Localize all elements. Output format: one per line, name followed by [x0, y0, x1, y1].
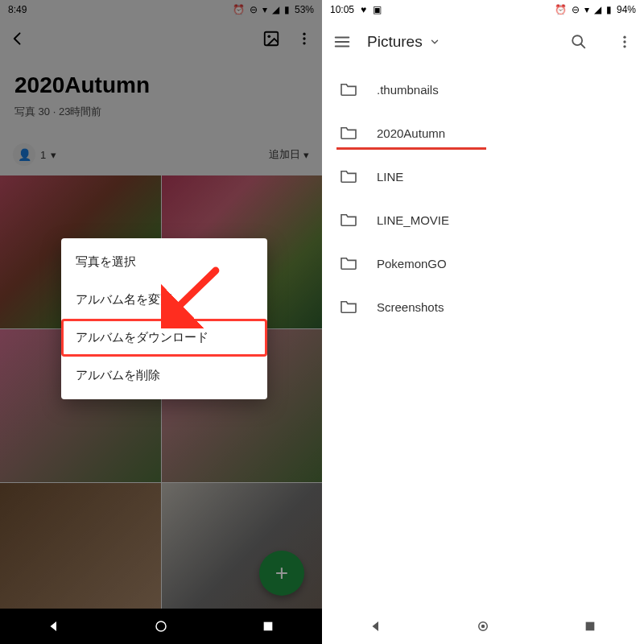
folder-icon — [340, 126, 357, 140]
svg-point-1 — [267, 35, 270, 38]
more-icon[interactable] — [617, 34, 633, 50]
album-meta-row: 👤 1 ▾ 追加日 ▾ — [0, 138, 322, 175]
menu-download-album[interactable]: アルバムをダウンロード — [61, 319, 267, 357]
folder-list: .thumbnails 2020Autumn LINE LINE_MOVIE P… — [322, 64, 644, 332]
menu-select-photos[interactable]: 写真を選択 — [61, 243, 267, 281]
more-icon[interactable] — [296, 31, 312, 47]
menu-icon[interactable] — [333, 33, 351, 51]
folder-item-line-movie[interactable]: LINE_MOVIE — [322, 198, 644, 242]
nav-back-icon[interactable] — [367, 617, 385, 635]
folder-item-screenshots[interactable]: Screenshots — [322, 285, 644, 328]
nav-recent-icon[interactable] — [259, 617, 277, 635]
svg-rect-0 — [265, 32, 279, 46]
search-icon[interactable] — [570, 33, 588, 51]
menu-rename-album[interactable]: アルバム名を変更 — [61, 281, 267, 319]
files-toolbar: Pictures — [322, 19, 644, 64]
svg-point-5 — [156, 621, 166, 631]
back-icon[interactable] — [10, 31, 26, 47]
album-options-menu: 写真を選択 アルバム名を変更 アルバムをダウンロード アルバムを削除 — [61, 238, 267, 399]
svg-rect-13 — [586, 622, 595, 631]
album-title: 2020Autumn — [0, 58, 322, 101]
plus-icon: + — [275, 560, 288, 586]
folder-name: Screenshots — [377, 300, 444, 314]
wifi-icon: ▾ — [584, 4, 589, 15]
dnd-icon: ⊖ — [250, 4, 258, 15]
folder-name: PokemonGO — [377, 257, 447, 270]
alarm-icon: ⏰ — [555, 4, 567, 15]
dnd-icon: ⊖ — [572, 4, 580, 15]
files-app-screen: 10:05 ♥ ▣ ⏰ ⊖ ▾ ◢ ▮ 94% Pictures — [322, 0, 644, 644]
member-count: 1 — [40, 149, 46, 161]
nav-recent-icon[interactable] — [581, 617, 599, 635]
svg-point-9 — [623, 40, 625, 43]
folder-name: LINE_MOVIE — [377, 213, 449, 227]
svg-point-8 — [623, 36, 625, 39]
battery-percent: 94% — [617, 4, 636, 15]
album-age: 23時間前 — [59, 105, 101, 118]
sort-label: 追加日 — [269, 147, 300, 162]
folder-title: Pictures — [367, 33, 423, 51]
folder-item-pokemongo[interactable]: PokemonGO — [322, 242, 644, 285]
status-indicators: ⏰ ⊖ ▾ ◢ ▮ 53% — [233, 4, 314, 15]
folder-icon — [340, 256, 357, 270]
alarm-icon: ⏰ — [233, 4, 245, 15]
status-bar: 10:05 ♥ ▣ ⏰ ⊖ ▾ ◢ ▮ 94% — [322, 0, 644, 19]
svg-rect-6 — [264, 622, 273, 631]
battery-icon: ▮ — [606, 4, 612, 15]
system-nav-bar — [322, 609, 644, 644]
svg-point-12 — [481, 625, 485, 629]
svg-point-2 — [303, 33, 305, 35]
folder-item-2020autumn[interactable]: 2020Autumn — [322, 111, 644, 155]
status-bar: 8:49 ⏰ ⊖ ▾ ◢ ▮ 53% — [0, 0, 322, 19]
signal-icon: ◢ — [272, 4, 279, 15]
photo-icon[interactable] — [262, 30, 280, 47]
folder-icon — [340, 169, 357, 184]
chevron-down-icon: ▾ — [303, 149, 309, 161]
album-subtitle: 写真 30 · 23時間前 — [0, 101, 322, 138]
annotation-underline — [336, 147, 486, 150]
folder-name: 2020Autumn — [377, 126, 445, 140]
battery-percent: 53% — [295, 4, 314, 15]
svg-point-3 — [303, 37, 305, 39]
svg-point-4 — [303, 42, 305, 44]
signal-icon: ◢ — [594, 4, 601, 15]
folder-icon — [340, 213, 357, 227]
folder-dropdown[interactable]: Pictures — [367, 33, 440, 51]
folder-icon — [340, 299, 357, 314]
chevron-down-icon — [429, 36, 440, 47]
add-photo-fab[interactable]: + — [259, 551, 304, 596]
status-indicators: ⏰ ⊖ ▾ ◢ ▮ 94% — [555, 4, 636, 15]
folder-name: LINE — [377, 170, 403, 184]
folder-item-thumbnails[interactable]: .thumbnails — [322, 68, 644, 111]
app-icon: ▣ — [373, 4, 382, 15]
battery-icon: ▮ — [284, 4, 290, 15]
album-app-screen: 8:49 ⏰ ⊖ ▾ ◢ ▮ 53% 202 — [0, 0, 322, 644]
app-bar — [0, 19, 322, 58]
nav-home-icon[interactable] — [474, 617, 492, 635]
folder-name: .thumbnails — [377, 83, 439, 97]
wifi-icon: ▾ — [262, 4, 267, 15]
nav-back-icon[interactable] — [45, 617, 63, 635]
heart-icon: ♥ — [361, 4, 366, 15]
system-nav-bar — [0, 609, 322, 644]
chevron-down-icon: ▾ — [51, 149, 56, 161]
sort-button[interactable]: 追加日 ▾ — [269, 147, 309, 162]
svg-point-10 — [623, 45, 625, 47]
status-time: 8:49 — [8, 4, 27, 15]
photo-count: 写真 30 — [14, 105, 50, 118]
nav-home-icon[interactable] — [152, 617, 170, 635]
avatar-icon: 👤 — [13, 143, 35, 166]
members-button[interactable]: 👤 1 ▾ — [13, 143, 56, 166]
menu-delete-album[interactable]: アルバムを削除 — [61, 357, 267, 394]
folder-icon — [340, 82, 357, 97]
status-time: 10:05 — [330, 4, 354, 15]
folder-item-line[interactable]: LINE — [322, 155, 644, 198]
